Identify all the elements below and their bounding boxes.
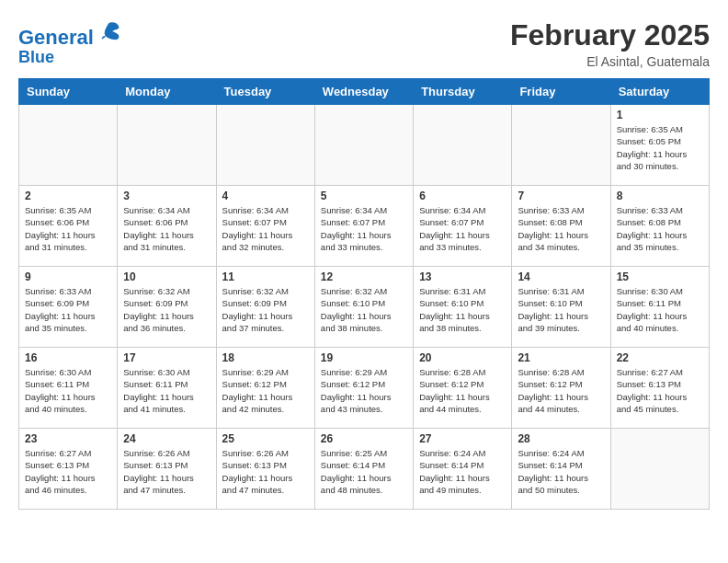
day-info: Sunrise: 6:32 AM Sunset: 6:09 PM Dayligh… (222, 285, 309, 334)
calendar-day-cell: 15Sunrise: 6:30 AM Sunset: 6:11 PM Dayli… (610, 267, 709, 348)
calendar-day-cell: 14Sunrise: 6:31 AM Sunset: 6:10 PM Dayli… (512, 267, 610, 348)
day-number: 6 (419, 190, 506, 202)
day-number: 8 (617, 190, 703, 202)
calendar-day-cell: 25Sunrise: 6:26 AM Sunset: 6:13 PM Dayli… (216, 429, 314, 510)
day-number: 23 (25, 432, 111, 445)
day-number: 26 (321, 432, 407, 445)
day-info: Sunrise: 6:29 AM Sunset: 6:12 PM Dayligh… (321, 366, 407, 415)
calendar-week-4: 16Sunrise: 6:30 AM Sunset: 6:11 PM Dayli… (19, 348, 710, 429)
day-info: Sunrise: 6:27 AM Sunset: 6:13 PM Dayligh… (617, 366, 703, 415)
day-info: Sunrise: 6:31 AM Sunset: 6:10 PM Dayligh… (518, 285, 604, 334)
day-info: Sunrise: 6:33 AM Sunset: 6:08 PM Dayligh… (617, 204, 703, 253)
calendar-week-1: 1Sunrise: 6:35 AM Sunset: 6:05 PM Daylig… (19, 105, 710, 186)
calendar-day-cell: 9Sunrise: 6:33 AM Sunset: 6:09 PM Daylig… (19, 267, 118, 348)
weekday-header-saturday: Saturday (610, 79, 709, 105)
calendar-day-cell (414, 105, 512, 186)
calendar-day-cell: 26Sunrise: 6:25 AM Sunset: 6:14 PM Dayli… (314, 429, 413, 510)
calendar-day-cell: 17Sunrise: 6:30 AM Sunset: 6:11 PM Dayli… (118, 348, 216, 429)
calendar-day-cell: 12Sunrise: 6:32 AM Sunset: 6:10 PM Dayli… (314, 267, 413, 348)
title-area: February 2025 El Asintal, Guatemala (510, 18, 710, 69)
calendar-day-cell: 27Sunrise: 6:24 AM Sunset: 6:14 PM Dayli… (414, 429, 512, 510)
calendar-week-3: 9Sunrise: 6:33 AM Sunset: 6:09 PM Daylig… (19, 267, 710, 348)
day-number: 10 (123, 270, 210, 283)
day-info: Sunrise: 6:30 AM Sunset: 6:11 PM Dayligh… (25, 366, 111, 415)
day-number: 27 (419, 432, 506, 445)
day-info: Sunrise: 6:35 AM Sunset: 6:06 PM Dayligh… (25, 204, 111, 253)
day-number: 12 (321, 270, 407, 283)
day-info: Sunrise: 6:26 AM Sunset: 6:13 PM Dayligh… (222, 447, 309, 496)
day-info: Sunrise: 6:32 AM Sunset: 6:10 PM Dayligh… (321, 285, 407, 334)
day-number: 3 (123, 190, 210, 202)
day-number: 2 (25, 190, 111, 202)
day-number: 11 (222, 270, 309, 283)
calendar-day-cell: 21Sunrise: 6:28 AM Sunset: 6:12 PM Dayli… (512, 348, 610, 429)
weekday-header-monday: Monday (118, 79, 216, 105)
day-info: Sunrise: 6:30 AM Sunset: 6:11 PM Dayligh… (123, 366, 210, 415)
calendar-day-cell (118, 105, 216, 186)
month-title: February 2025 (510, 18, 710, 52)
day-info: Sunrise: 6:28 AM Sunset: 6:12 PM Dayligh… (419, 366, 506, 415)
calendar-week-2: 2Sunrise: 6:35 AM Sunset: 6:06 PM Daylig… (19, 186, 710, 267)
weekday-header-row: SundayMondayTuesdayWednesdayThursdayFrid… (19, 79, 710, 105)
calendar-day-cell (216, 105, 314, 186)
day-info: Sunrise: 6:24 AM Sunset: 6:14 PM Dayligh… (518, 447, 604, 496)
day-number: 20 (419, 351, 506, 364)
weekday-header-tuesday: Tuesday (216, 79, 314, 105)
weekday-header-sunday: Sunday (19, 79, 118, 105)
calendar-day-cell: 6Sunrise: 6:34 AM Sunset: 6:07 PM Daylig… (414, 186, 512, 267)
day-info: Sunrise: 6:34 AM Sunset: 6:06 PM Dayligh… (123, 204, 210, 253)
weekday-header-wednesday: Wednesday (314, 79, 413, 105)
logo-bird-icon (96, 18, 121, 44)
day-info: Sunrise: 6:35 AM Sunset: 6:05 PM Dayligh… (617, 123, 703, 172)
calendar-table: SundayMondayTuesdayWednesdayThursdayFrid… (18, 78, 710, 510)
calendar-day-cell: 22Sunrise: 6:27 AM Sunset: 6:13 PM Dayli… (610, 348, 709, 429)
day-info: Sunrise: 6:28 AM Sunset: 6:12 PM Dayligh… (518, 366, 604, 415)
logo: General Blue (18, 18, 121, 67)
day-number: 4 (222, 190, 309, 202)
calendar-day-cell: 10Sunrise: 6:32 AM Sunset: 6:09 PM Dayli… (118, 267, 216, 348)
day-info: Sunrise: 6:31 AM Sunset: 6:10 PM Dayligh… (419, 285, 506, 334)
calendar-day-cell: 16Sunrise: 6:30 AM Sunset: 6:11 PM Dayli… (19, 348, 118, 429)
calendar-day-cell: 13Sunrise: 6:31 AM Sunset: 6:10 PM Dayli… (414, 267, 512, 348)
calendar-day-cell (314, 105, 413, 186)
calendar-day-cell: 2Sunrise: 6:35 AM Sunset: 6:06 PM Daylig… (19, 186, 118, 267)
calendar-day-cell: 28Sunrise: 6:24 AM Sunset: 6:14 PM Dayli… (512, 429, 610, 510)
weekday-header-friday: Friday (512, 79, 610, 105)
location: El Asintal, Guatemala (510, 54, 710, 69)
day-info: Sunrise: 6:34 AM Sunset: 6:07 PM Dayligh… (321, 204, 407, 253)
day-number: 28 (518, 432, 604, 445)
calendar-day-cell: 3Sunrise: 6:34 AM Sunset: 6:06 PM Daylig… (118, 186, 216, 267)
calendar-day-cell: 8Sunrise: 6:33 AM Sunset: 6:08 PM Daylig… (610, 186, 709, 267)
day-number: 9 (25, 270, 111, 283)
day-number: 15 (617, 270, 703, 283)
calendar-day-cell: 23Sunrise: 6:27 AM Sunset: 6:13 PM Dayli… (19, 429, 118, 510)
logo-blue-text: Blue (18, 49, 121, 67)
calendar-day-cell (512, 105, 610, 186)
day-info: Sunrise: 6:29 AM Sunset: 6:12 PM Dayligh… (222, 366, 309, 415)
calendar-day-cell: 7Sunrise: 6:33 AM Sunset: 6:08 PM Daylig… (512, 186, 610, 267)
day-info: Sunrise: 6:34 AM Sunset: 6:07 PM Dayligh… (419, 204, 506, 253)
day-number: 24 (123, 432, 210, 445)
day-info: Sunrise: 6:26 AM Sunset: 6:13 PM Dayligh… (123, 447, 210, 496)
calendar-day-cell (19, 105, 118, 186)
page-header: General Blue February 2025 El Asintal, G… (18, 18, 710, 69)
calendar-day-cell: 20Sunrise: 6:28 AM Sunset: 6:12 PM Dayli… (414, 348, 512, 429)
weekday-header-thursday: Thursday (414, 79, 512, 105)
day-info: Sunrise: 6:27 AM Sunset: 6:13 PM Dayligh… (25, 447, 111, 496)
calendar-day-cell: 11Sunrise: 6:32 AM Sunset: 6:09 PM Dayli… (216, 267, 314, 348)
day-number: 16 (25, 351, 111, 364)
calendar-day-cell: 4Sunrise: 6:34 AM Sunset: 6:07 PM Daylig… (216, 186, 314, 267)
logo-text: General (18, 18, 121, 49)
calendar-day-cell: 1Sunrise: 6:35 AM Sunset: 6:05 PM Daylig… (610, 105, 709, 186)
day-info: Sunrise: 6:32 AM Sunset: 6:09 PM Dayligh… (123, 285, 210, 334)
day-info: Sunrise: 6:25 AM Sunset: 6:14 PM Dayligh… (321, 447, 407, 496)
day-number: 21 (518, 351, 604, 364)
calendar-day-cell: 19Sunrise: 6:29 AM Sunset: 6:12 PM Dayli… (314, 348, 413, 429)
day-info: Sunrise: 6:30 AM Sunset: 6:11 PM Dayligh… (617, 285, 703, 334)
calendar-day-cell (610, 429, 709, 510)
day-number: 19 (321, 351, 407, 364)
calendar-day-cell: 5Sunrise: 6:34 AM Sunset: 6:07 PM Daylig… (314, 186, 413, 267)
day-number: 13 (419, 270, 506, 283)
calendar-day-cell: 18Sunrise: 6:29 AM Sunset: 6:12 PM Dayli… (216, 348, 314, 429)
day-number: 22 (617, 351, 703, 364)
